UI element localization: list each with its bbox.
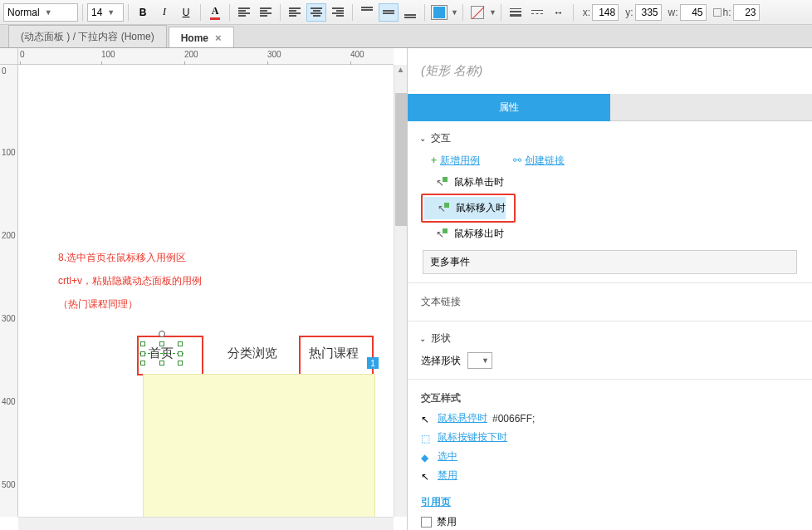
dynamic-panel[interactable] <box>143 374 375 523</box>
resize-handle[interactable] <box>178 341 183 346</box>
section-interactions[interactable]: ⌄交互 <box>419 128 800 149</box>
inspector-panel: (矩形 名称) 属性 ⌄交互 +新增用例 ⚯创建链接 鼠标单击时 鼠标移入时 鼠… <box>407 48 812 530</box>
valign-top-button[interactable] <box>357 3 377 22</box>
w-label: w: <box>668 7 678 18</box>
tab-other[interactable] <box>610 94 813 121</box>
fill-color-button[interactable] <box>429 3 449 22</box>
h-input[interactable]: 23 <box>733 4 760 21</box>
style-hover[interactable]: ↖ 鼠标悬停时 #0066FF; <box>419 409 800 428</box>
vertical-scrollbar[interactable]: ▲ <box>394 65 407 517</box>
widget-category[interactable]: 分类浏览 <box>227 346 277 361</box>
select-shape-label: 选择形状 <box>421 354 461 368</box>
valign-bottom-button[interactable] <box>400 3 420 22</box>
design-canvas[interactable]: 8.选中首页在鼠标移入用例区 crtl+v，粘贴隐藏动态面板的用例 （热门课程同… <box>18 65 394 517</box>
add-case-link[interactable]: +新增用例 <box>431 154 480 168</box>
footnote-badge[interactable]: 1 <box>367 357 379 369</box>
close-icon[interactable]: × <box>215 32 222 44</box>
resize-handle[interactable] <box>140 351 145 356</box>
page-tabs: (动态面板 ) / 下拉内容 (Home) Home× <box>0 25 812 48</box>
top-toolbar: Normal▼ 14▼ B I U A ▼ ▼ ↔ x: 148 y: 335 … <box>0 0 812 25</box>
instruction-text: 8.选中首页在鼠标移入用例区 crtl+v，粘贴隐藏动态面板的用例 （热门课程同… <box>58 246 202 316</box>
rotate-handle[interactable] <box>159 331 165 337</box>
style-disabled[interactable]: ↖ 禁用 <box>419 466 800 485</box>
horizontal-scrollbar[interactable] <box>18 517 394 530</box>
reference-page-link[interactable]: 引用页 <box>421 496 451 508</box>
disabled-icon: ↖ <box>421 471 433 481</box>
widget-name-input[interactable]: (矩形 名称) <box>408 48 812 94</box>
resize-handle[interactable] <box>140 341 145 346</box>
checkbox-disabled[interactable]: 禁用 <box>419 513 800 530</box>
style-select[interactable]: Normal▼ <box>3 3 78 22</box>
align-center-button[interactable] <box>306 3 326 22</box>
tab-dynamic-panel[interactable]: (动态面板 ) / 下拉内容 (Home) <box>8 25 167 47</box>
number-list-button[interactable] <box>256 3 276 22</box>
keydown-icon: ⬚ <box>421 433 433 443</box>
text-link-label: 文本链接 <box>419 290 800 314</box>
ruler-vertical[interactable]: 0 100 200 300 400 500 <box>0 65 18 517</box>
event-click[interactable]: 鼠标单击时 <box>419 171 800 194</box>
ruler-corner <box>0 48 18 65</box>
align-right-button[interactable] <box>328 3 348 22</box>
canvas-area: 0 100 200 300 400 0 100 200 300 400 500 … <box>0 48 407 530</box>
event-mouseout[interactable]: 鼠标移出时 <box>419 223 800 245</box>
bullet-list-button[interactable] <box>234 3 254 22</box>
font-color-button[interactable]: A <box>205 3 225 22</box>
more-events-button[interactable]: 更多事件 <box>423 250 797 274</box>
bold-button[interactable]: B <box>133 3 153 22</box>
x-input[interactable]: 148 <box>592 4 619 21</box>
cursor-icon <box>438 203 449 214</box>
resize-handle[interactable] <box>178 351 183 356</box>
y-input[interactable]: 335 <box>635 4 662 21</box>
style-selected[interactable]: ◆ 选中 <box>419 447 800 466</box>
x-label: x: <box>583 7 590 18</box>
interaction-style-header: 交互样式 <box>419 386 800 409</box>
event-mousein[interactable]: 鼠标移入时 <box>424 197 506 219</box>
cursor-icon <box>436 177 448 189</box>
cursor-icon <box>436 228 448 240</box>
valign-middle-button[interactable] <box>379 3 399 22</box>
ruler-horizontal[interactable]: 0 100 200 300 400 <box>18 48 394 65</box>
font-size-select[interactable]: 14▼ <box>87 3 124 22</box>
style-mousedown[interactable]: ⬚ 鼠标按键按下时 <box>419 428 800 447</box>
h-label: h: <box>723 7 731 18</box>
w-input[interactable]: 45 <box>680 4 707 21</box>
italic-button[interactable]: I <box>154 3 174 22</box>
tab-home[interactable]: Home× <box>169 27 234 47</box>
arrow-style-button[interactable]: ↔ <box>549 3 569 22</box>
cursor-icon: ↖ <box>421 414 433 424</box>
section-shape[interactable]: ⌄形状 <box>419 328 800 349</box>
resize-handle[interactable] <box>140 361 145 366</box>
no-border-button[interactable] <box>467 3 487 22</box>
align-left-button[interactable] <box>285 3 305 22</box>
widget-hot[interactable]: 热门课程 <box>309 346 359 361</box>
tab-properties[interactable]: 属性 <box>408 94 610 121</box>
y-label: y: <box>625 7 633 18</box>
line-weight-button[interactable] <box>506 3 526 22</box>
selected-widget-home[interactable]: 首页 <box>143 344 180 363</box>
line-style-button[interactable] <box>527 3 547 22</box>
underline-button[interactable]: U <box>176 3 196 22</box>
shape-select[interactable]: ▼ <box>467 352 492 369</box>
selected-icon: ◆ <box>421 452 433 462</box>
create-link[interactable]: ⚯创建链接 <box>513 154 565 168</box>
resize-handle[interactable] <box>178 361 183 366</box>
